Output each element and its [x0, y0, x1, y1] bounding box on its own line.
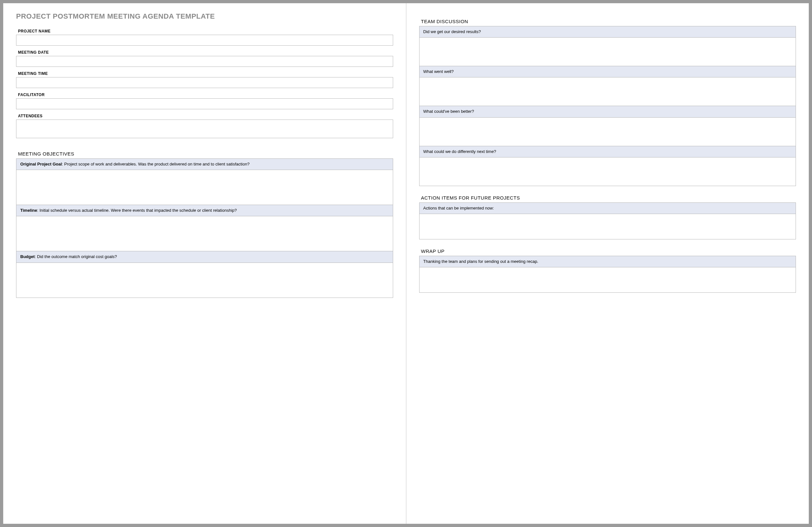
section-title-meeting-objectives: MEETING OBJECTIVES — [18, 151, 393, 156]
objective-original-goal: Original Project Goal: Project scope of … — [16, 159, 393, 205]
field-project-name: PROJECT NAME — [16, 29, 393, 46]
wrapup-body[interactable] — [420, 267, 796, 292]
objective-header: Budget: Did the outcome match original c… — [16, 251, 393, 262]
discussion-body[interactable] — [420, 37, 796, 66]
objective-body[interactable] — [16, 216, 393, 251]
discussion-text: Did we get our desired results? — [423, 29, 481, 34]
field-meeting-time: MEETING TIME — [16, 71, 393, 88]
objective-text: : Project scope of work and deliverables… — [62, 162, 249, 166]
section-title-action-items: ACTION ITEMS FOR FUTURE PROJECTS — [421, 195, 796, 200]
main-title: PROJECT POSTMORTEM MEETING AGENDA TEMPLA… — [16, 12, 393, 20]
page-left: PROJECT POSTMORTEM MEETING AGENDA TEMPLA… — [3, 3, 406, 524]
field-meeting-date: MEETING DATE — [16, 50, 393, 67]
wrap-up-thanks: Thanking the team and plans for sending … — [419, 256, 796, 293]
objective-header: Timeline: Initial schedule versus actual… — [16, 205, 393, 216]
discussion-header: What could've been better? — [420, 106, 796, 117]
input-facilitator[interactable] — [16, 98, 393, 109]
objective-bold: Timeline — [20, 208, 37, 213]
action-items-now: Actions that can be implemented now: — [419, 202, 796, 239]
label-meeting-date: MEETING DATE — [18, 50, 393, 55]
objective-header: Original Project Goal: Project scope of … — [16, 159, 393, 170]
wrapup-text: Thanking the team and plans for sending … — [423, 259, 538, 264]
discussion-differently: What could we do differently next time? — [419, 146, 796, 186]
discussion-header: Did we get our desired results? — [420, 26, 796, 37]
objective-body[interactable] — [16, 170, 393, 205]
action-body[interactable] — [420, 214, 796, 239]
discussion-body[interactable] — [420, 77, 796, 106]
objective-budget: Budget: Did the outcome match original c… — [16, 251, 393, 298]
document-container: PROJECT POSTMORTEM MEETING AGENDA TEMPLA… — [3, 3, 809, 524]
discussion-text: What could've been better? — [423, 109, 474, 114]
objective-text: : Did the outcome match original cost go… — [35, 254, 117, 259]
action-header: Actions that can be implemented now: — [420, 203, 796, 214]
input-attendees[interactable] — [16, 120, 393, 138]
label-project-name: PROJECT NAME — [18, 29, 393, 33]
label-facilitator: FACILITATOR — [18, 92, 393, 97]
input-meeting-time[interactable] — [16, 77, 393, 88]
input-meeting-date[interactable] — [16, 56, 393, 67]
objective-text: : Initial schedule versus actual timelin… — [37, 208, 237, 213]
discussion-header: What went well? — [420, 66, 796, 77]
section-title-wrap-up: WRAP UP — [421, 249, 796, 254]
discussion-body[interactable] — [420, 118, 796, 146]
discussion-text: What could we do differently next time? — [423, 149, 496, 154]
discussion-text: What went well? — [423, 69, 454, 74]
label-attendees: ATTENDEES — [18, 114, 393, 118]
discussion-desired-results: Did we get our desired results? — [419, 26, 796, 66]
objective-bold: Original Project Goal — [20, 162, 62, 166]
discussion-went-well: What went well? — [419, 66, 796, 106]
action-text: Actions that can be implemented now: — [423, 206, 494, 210]
page-right: TEAM DISCUSSION Did we get our desired r… — [406, 3, 809, 524]
discussion-could-better: What could've been better? — [419, 106, 796, 146]
objective-body[interactable] — [16, 263, 393, 298]
discussion-header: What could we do differently next time? — [420, 146, 796, 157]
field-facilitator: FACILITATOR — [16, 92, 393, 109]
objective-timeline: Timeline: Initial schedule versus actual… — [16, 205, 393, 251]
label-meeting-time: MEETING TIME — [18, 71, 393, 76]
input-project-name[interactable] — [16, 35, 393, 46]
wrapup-header: Thanking the team and plans for sending … — [420, 256, 796, 267]
section-title-team-discussion: TEAM DISCUSSION — [421, 19, 796, 24]
discussion-body[interactable] — [420, 157, 796, 186]
objective-bold: Budget — [20, 254, 35, 259]
field-attendees: ATTENDEES — [16, 114, 393, 138]
